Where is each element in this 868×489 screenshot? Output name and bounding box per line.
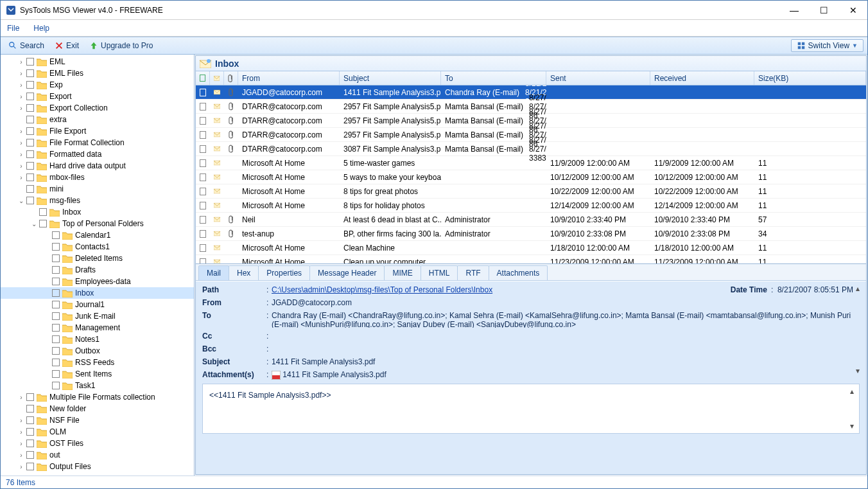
tree-checkbox[interactable] bbox=[26, 139, 34, 147]
tree-checkbox[interactable] bbox=[52, 312, 60, 320]
tree-item[interactable]: Contacts1 bbox=[1, 241, 194, 253]
tree-item[interactable]: ›File Format Collection bbox=[1, 137, 194, 148]
tree-item[interactable]: ›OLM bbox=[1, 426, 194, 438]
preview-scroll-down-icon[interactable]: ▾ bbox=[846, 420, 858, 432]
col-sent[interactable]: Sent bbox=[546, 71, 650, 85]
upgrade-button[interactable]: Upgrade to Pro bbox=[85, 40, 157, 51]
tree-checkbox[interactable] bbox=[26, 405, 34, 413]
row-checkbox[interactable] bbox=[200, 258, 206, 264]
tree-item[interactable]: Inbox bbox=[1, 206, 194, 218]
tree-checkbox[interactable] bbox=[26, 463, 34, 470]
tree-item[interactable]: Drafts bbox=[1, 264, 194, 276]
tab-mail[interactable]: Mail bbox=[198, 265, 229, 280]
row-checkbox[interactable] bbox=[200, 131, 206, 139]
expand-icon[interactable]: ⌄ bbox=[17, 197, 25, 204]
tree-checkbox[interactable] bbox=[52, 370, 60, 378]
tree-item[interactable]: Management bbox=[1, 322, 194, 333]
scroll-up-icon[interactable]: ▴ bbox=[852, 283, 864, 294]
tree-checkbox[interactable] bbox=[26, 197, 34, 204]
tree-item[interactable]: ›Multiple File Formats collection bbox=[1, 391, 194, 403]
tree-item[interactable]: RSS Feeds bbox=[1, 357, 194, 368]
expand-icon[interactable]: › bbox=[17, 417, 25, 424]
tree-checkbox[interactable] bbox=[26, 81, 34, 89]
tree-item[interactable]: Employees-data bbox=[1, 276, 194, 287]
tab-message-header[interactable]: Message Header bbox=[309, 265, 385, 280]
tree-item[interactable]: ›File Export bbox=[1, 125, 194, 137]
expand-icon[interactable]: › bbox=[17, 139, 25, 147]
tree-checkbox[interactable] bbox=[52, 324, 60, 332]
expand-icon[interactable]: › bbox=[17, 394, 25, 401]
tree-item[interactable]: ›NSF File bbox=[1, 414, 194, 426]
row-checkbox[interactable] bbox=[200, 145, 206, 153]
message-row[interactable]: Microsoft At Home8 tips for holiday phot… bbox=[196, 199, 866, 213]
tree-item[interactable]: New folder bbox=[1, 403, 194, 414]
tree-item[interactable]: ›mbox-files bbox=[1, 172, 194, 183]
exit-button[interactable]: Exit bbox=[51, 40, 83, 51]
col-subject[interactable]: Subject bbox=[340, 71, 441, 85]
tree-item[interactable]: Notes1 bbox=[1, 333, 194, 345]
minimize-button[interactable]: — bbox=[785, 4, 803, 17]
message-row[interactable]: NeilAt least 6 dead in blast at C...Admi… bbox=[196, 213, 866, 227]
col-checkbox[interactable] bbox=[196, 71, 210, 85]
tree-item[interactable]: Task1 bbox=[1, 380, 194, 391]
tree-checkbox[interactable] bbox=[26, 150, 34, 158]
expand-icon[interactable]: ⌄ bbox=[30, 220, 38, 227]
expand-icon[interactable]: › bbox=[17, 105, 25, 112]
preview-scroll-up-icon[interactable]: ▴ bbox=[846, 386, 858, 397]
expand-icon[interactable]: › bbox=[17, 128, 25, 135]
message-row[interactable]: test-anupBP, other firms facing 300 la..… bbox=[196, 227, 866, 241]
tab-html[interactable]: HTML bbox=[421, 265, 458, 280]
expand-icon[interactable]: › bbox=[17, 429, 25, 436]
tree-checkbox[interactable] bbox=[52, 243, 60, 251]
path-value[interactable]: C:\Users\admin\Desktop\msg-files\Top of … bbox=[272, 285, 492, 294]
expand-icon[interactable]: › bbox=[17, 151, 25, 158]
tab-rtf[interactable]: RTF bbox=[457, 265, 489, 280]
tree-item[interactable]: Inbox bbox=[1, 287, 194, 299]
tree-item[interactable]: ›EML bbox=[1, 56, 194, 67]
message-row[interactable]: Microsoft At Home8 tips for great photos… bbox=[196, 184, 866, 199]
tree-item[interactable]: extra bbox=[1, 114, 194, 125]
tab-mime[interactable]: MIME bbox=[384, 265, 421, 280]
expand-icon[interactable]: › bbox=[17, 163, 25, 170]
row-checkbox[interactable] bbox=[200, 117, 206, 125]
tree-item[interactable]: Deleted Items bbox=[1, 253, 194, 264]
tree-item[interactable]: ›out bbox=[1, 449, 194, 461]
col-received[interactable]: Received bbox=[650, 71, 754, 85]
message-row[interactable]: Microsoft At Home5 ways to make your key… bbox=[196, 170, 866, 184]
switch-view-button[interactable]: Switch View ▼ bbox=[791, 39, 864, 52]
row-checkbox[interactable] bbox=[200, 202, 206, 209]
menu-help[interactable]: Help bbox=[33, 24, 49, 33]
close-button[interactable]: ✕ bbox=[844, 4, 862, 17]
message-row[interactable]: Microsoft At HomeClean up your computer1… bbox=[196, 255, 866, 263]
tree-checkbox[interactable] bbox=[26, 393, 34, 401]
tree-checkbox[interactable] bbox=[52, 289, 60, 297]
tree-item[interactable]: ›Output Files bbox=[1, 461, 194, 472]
attach-value[interactable]: 1411 Fit Sample Analysis3.pdf bbox=[282, 370, 386, 379]
tree-item[interactable]: Sent Items bbox=[1, 368, 194, 380]
tree-item[interactable]: ›Export Collection bbox=[1, 102, 194, 114]
tree-checkbox[interactable] bbox=[52, 347, 60, 355]
tree-checkbox[interactable] bbox=[26, 451, 34, 459]
col-to[interactable]: To bbox=[441, 71, 546, 85]
tree-item[interactable]: Calendar1 bbox=[1, 229, 194, 241]
expand-icon[interactable]: › bbox=[17, 82, 25, 89]
row-checkbox[interactable] bbox=[200, 173, 206, 181]
tree-item[interactable]: ⌄msg-files bbox=[1, 195, 194, 206]
expand-icon[interactable]: › bbox=[17, 440, 25, 447]
tree-item[interactable]: Outbox bbox=[1, 345, 194, 357]
tree-item[interactable]: Journal1 bbox=[1, 299, 194, 310]
tree-checkbox[interactable] bbox=[26, 185, 34, 193]
tree-checkbox[interactable] bbox=[52, 359, 60, 366]
row-checkbox[interactable] bbox=[200, 89, 206, 96]
tree-checkbox[interactable] bbox=[26, 440, 34, 447]
col-attachment-icon[interactable] bbox=[224, 71, 238, 85]
row-checkbox[interactable] bbox=[200, 230, 206, 238]
message-row[interactable]: Microsoft At HomeClean Machine1/18/2010 … bbox=[196, 241, 866, 255]
tree-item[interactable]: ⌄Top of Personal Folders bbox=[1, 218, 194, 229]
expand-icon[interactable]: › bbox=[17, 70, 25, 77]
tree-checkbox[interactable] bbox=[52, 301, 60, 308]
tree-item[interactable]: ›Hard drive data output bbox=[1, 160, 194, 172]
tree-checkbox[interactable] bbox=[26, 127, 34, 135]
tree-checkbox[interactable] bbox=[26, 93, 34, 100]
col-envelope-icon[interactable] bbox=[210, 71, 224, 85]
